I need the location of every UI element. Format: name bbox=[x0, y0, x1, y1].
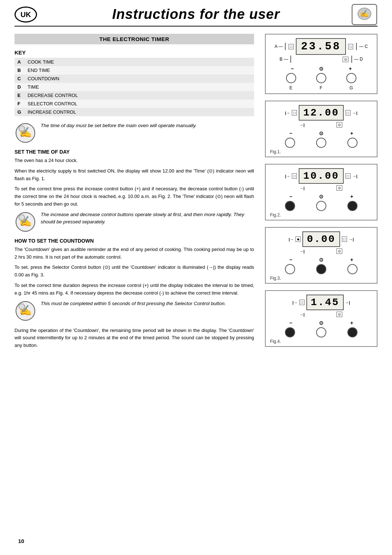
label-f: F bbox=[320, 85, 322, 90]
fig3-row2: →| ⊙ bbox=[270, 248, 372, 254]
key-letter: D bbox=[15, 83, 25, 91]
fig2-label: Fig.2. bbox=[270, 212, 372, 218]
fig4-btn-sel[interactable] bbox=[316, 327, 326, 337]
fig3-btn-minus[interactable] bbox=[285, 264, 295, 274]
right-column: A — □ 23.58 □ — C B — ⊙ — D bbox=[265, 34, 377, 353]
fig1-screen: 12.00 bbox=[299, 105, 343, 121]
fig4-minus: − bbox=[289, 320, 292, 326]
fig2-screen: 10.00 bbox=[299, 168, 343, 184]
label-e: E bbox=[290, 85, 293, 90]
row2-spacer bbox=[293, 56, 340, 62]
fig2-btn-plus[interactable] bbox=[347, 201, 358, 211]
fig1-arrow-right-top: →| bbox=[352, 111, 358, 115]
selector-btn[interactable] bbox=[316, 73, 326, 83]
note3-icon: ✍ bbox=[15, 300, 36, 322]
fig1-row2: →| ⊙ bbox=[270, 122, 372, 127]
set-time-p2: When the electricity supply is first swi… bbox=[15, 167, 254, 183]
key-letter: A bbox=[15, 58, 25, 66]
fig2-ctrl-symbols: − ⊙ + bbox=[270, 194, 372, 199]
key-letter: C bbox=[15, 74, 25, 83]
fig3-ind-right: □ bbox=[342, 236, 347, 242]
fig2-btns[interactable] bbox=[270, 201, 372, 211]
plus-symbol: + bbox=[349, 66, 352, 72]
fig2-arrow-right-top: →| bbox=[352, 174, 358, 178]
note1-icon: ✍ bbox=[15, 122, 36, 144]
fig3-ind-left: ■ bbox=[295, 236, 301, 242]
countdown-p4: During the operation of the 'Countdown',… bbox=[15, 327, 254, 349]
fig3-sel: ⊙ bbox=[319, 257, 323, 263]
main-display-screen: 23.58 bbox=[296, 38, 346, 55]
increase-btn[interactable] bbox=[346, 73, 356, 83]
key-table-row: BEND TIME bbox=[15, 66, 254, 74]
fig1-ctrl-symbols: − ⊙ + bbox=[270, 130, 372, 136]
fig3-screen: 0.00 bbox=[302, 231, 340, 247]
fig2-btn-minus[interactable] bbox=[285, 201, 295, 211]
fig4-box: |→ □ 1.45 →| →| ⊙ − ⊙ + bbox=[265, 290, 377, 347]
fig1-row1: |→ □ 12.00 □ →| bbox=[270, 105, 372, 121]
fig4-plus: + bbox=[350, 320, 353, 326]
key-label: COUNTDOWN bbox=[25, 74, 254, 83]
main-buttons-row[interactable] bbox=[271, 73, 372, 83]
arr-left-top bbox=[285, 43, 286, 50]
key-letter: B bbox=[15, 66, 25, 74]
fig1-sel: ⊙ bbox=[319, 130, 323, 136]
arr-right-top bbox=[356, 43, 357, 50]
fig1-minus: − bbox=[289, 130, 292, 136]
arr-left-bot bbox=[290, 56, 291, 63]
fig4-arrow-left-bot: →| bbox=[299, 312, 305, 317]
fig1-arrow-left-top: |→ bbox=[285, 111, 290, 115]
decrease-btn[interactable] bbox=[286, 73, 296, 83]
note2-box: ✍ The increase and decrease control butt… bbox=[15, 211, 254, 233]
fig1-btn-sel[interactable] bbox=[316, 138, 326, 148]
svg-point-8 bbox=[19, 215, 25, 220]
key-table: ACOOK TIMEBEND TIMECCOUNTDOWNDTIMEEDECRE… bbox=[15, 58, 254, 116]
fig3-ctrl-symbols: − ⊙ + bbox=[270, 257, 372, 263]
key-table-row: CCOUNTDOWN bbox=[15, 74, 254, 83]
key-label: TIME bbox=[25, 83, 254, 91]
fig4-sel: ⊙ bbox=[319, 320, 323, 326]
set-time-heading: SET THE TIME OF DAY bbox=[15, 149, 254, 155]
fig3-btns[interactable] bbox=[270, 264, 372, 274]
main-content: THE ELECTRONIC TIMER KEY ACOOK TIMEBEND … bbox=[0, 34, 392, 353]
page-title: Instructions for the user bbox=[112, 7, 280, 22]
key-label: SELECTOR CONTROL bbox=[25, 100, 254, 108]
note1-text: The time of day must be set before the m… bbox=[41, 122, 197, 129]
fig1-btn-minus[interactable] bbox=[285, 138, 295, 148]
label-d: — D bbox=[354, 57, 363, 62]
key-table-row: EDECREASE CONTROL bbox=[15, 91, 254, 100]
fig1-ind-right: □ bbox=[346, 110, 351, 116]
fig3-row1: |→ ■ 0.00 □ →| bbox=[270, 231, 372, 247]
main-display-wrapper: A — □ 23.58 □ — C B — ⊙ — D bbox=[271, 38, 372, 63]
note2-text: The increase and decrease control button… bbox=[41, 211, 254, 226]
fig2-box: |→ □ 10.00 □ →| →| ⊙ − ⊙ + bbox=[265, 164, 377, 220]
header-divider bbox=[15, 26, 377, 27]
key-table-row: DTIME bbox=[15, 83, 254, 91]
countdown-heading: HOW TO SET THE COUNTDOWN bbox=[15, 238, 254, 244]
fig3-arrow-left-bot: →| bbox=[299, 249, 305, 254]
section-title: THE ELECTRONIC TIMER bbox=[15, 34, 254, 44]
fig1-btn-plus[interactable] bbox=[347, 138, 358, 148]
fig4-arrow-right-top: →| bbox=[345, 300, 350, 305]
fig2-arrow-left-top: |→ bbox=[285, 174, 290, 178]
set-time-p1: The oven has a 24 hour clock. bbox=[15, 157, 254, 165]
fig4-btns[interactable] bbox=[270, 327, 372, 337]
fig3-ind-timer: ⊙ bbox=[336, 248, 342, 254]
fig2-sel: ⊙ bbox=[319, 194, 323, 199]
main-ctrl-labels: E F G bbox=[271, 85, 372, 91]
fig4-btn-minus[interactable] bbox=[285, 327, 295, 337]
fig3-arrow-left-top: |→ bbox=[289, 237, 294, 242]
label-a: A — bbox=[275, 44, 283, 49]
fig2-btn-sel[interactable] bbox=[316, 201, 326, 211]
fig2-ind-timer: ⊙ bbox=[336, 185, 342, 191]
fig3-btn-sel[interactable] bbox=[316, 264, 326, 274]
arr-right-bot bbox=[351, 56, 352, 63]
key-table-row: GINCREASE CONTROL bbox=[15, 108, 254, 116]
svg-point-5 bbox=[19, 126, 25, 131]
fig2-minus: − bbox=[289, 194, 292, 199]
fig4-btn-plus[interactable] bbox=[347, 327, 358, 337]
key-label: COOK TIME bbox=[25, 58, 254, 66]
fig1-btns[interactable] bbox=[270, 138, 372, 148]
fig3-btn-plus[interactable] bbox=[347, 264, 358, 274]
countdown-p3: To set the correct time duration depress… bbox=[15, 282, 254, 297]
minus-symbol: − bbox=[291, 66, 294, 72]
